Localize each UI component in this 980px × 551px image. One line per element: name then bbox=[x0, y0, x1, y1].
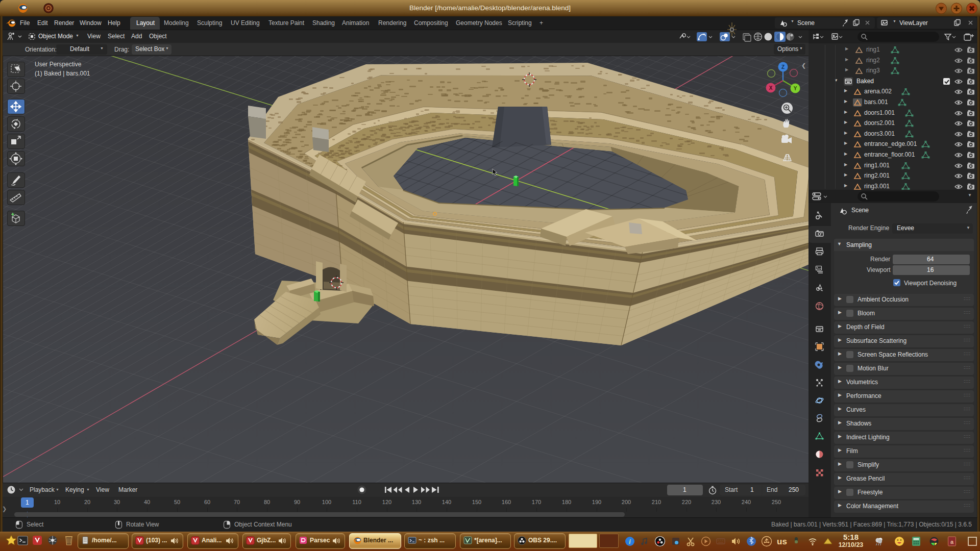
svg-text:a: a bbox=[950, 539, 954, 545]
svg-text:us: us bbox=[777, 537, 787, 546]
svg-text:X: X bbox=[769, 85, 773, 91]
svg-text:Z: Z bbox=[781, 64, 785, 70]
svg-text:Y: Y bbox=[794, 86, 797, 91]
